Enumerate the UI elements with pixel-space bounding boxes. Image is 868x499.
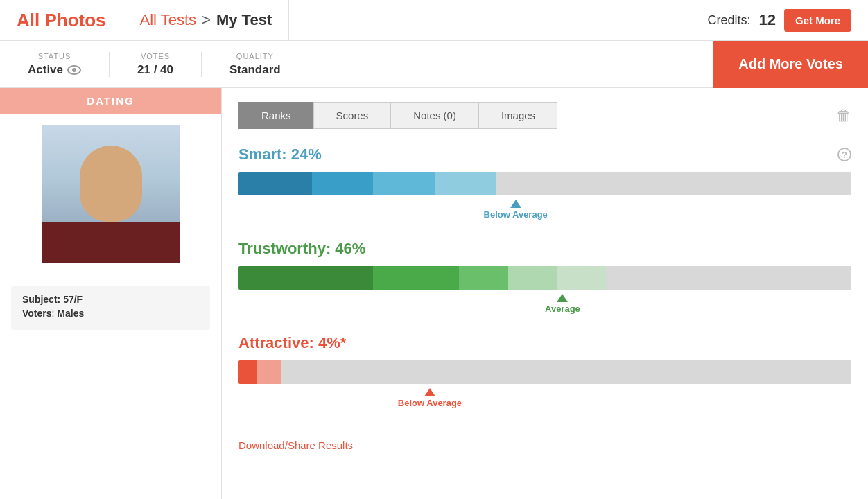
smart-marker: Below Average [484,200,548,220]
smart-bar-s2 [312,172,373,195]
help-icon[interactable]: ? [837,148,851,161]
download-link[interactable]: Download/Share Results [238,439,353,451]
smart-title: Smart: 24% ? [238,146,851,164]
trust-bar-s2 [373,266,459,290]
tab-ranks[interactable]: Ranks [238,102,313,129]
trust-bar-s1 [238,266,373,290]
subject-line: Subject: 57/F [22,294,199,305]
sidebar: DATING Subject: 57/F Voters: Males [0,88,222,499]
attractive-bar [238,360,851,384]
attr-bar-rest [281,360,851,384]
add-votes-button[interactable]: Add More Votes [713,41,868,88]
votes-value: 21 / 40 [137,63,173,77]
tab-images[interactable]: Images [478,102,557,129]
credits-area: Credits: 12 Get More [707,9,868,32]
quality-value: Standard [229,63,281,77]
trustworthy-title: Trustworthy: 46% [238,240,851,258]
tab-notes[interactable]: Notes (0) [390,102,478,129]
trustworthy-avg-label: Average [545,304,580,314]
all-tests-link[interactable]: All Tests > My Test [123,0,290,40]
quality-label: QUALITY [229,52,281,60]
tab-scores[interactable]: Scores [313,102,391,129]
attractive-below-avg-label: Below Average [398,398,462,408]
profile-photo [42,125,180,263]
smart-below-avg-label: Below Average [484,209,548,220]
attractive-marker: Below Average [398,388,462,408]
smart-marker-row: Below Average [238,200,851,220]
voters-line: Voters: Males [22,308,199,319]
tabs: Ranks Scores Notes (0) Images 🗑 [238,102,851,129]
status-item: STATUS Active [0,52,110,77]
credits-count: 12 [759,11,776,29]
subject-info: Subject: 57/F Voters: Males [11,286,210,330]
votes-item: VOTES 21 / 40 [110,52,202,77]
photo-container [0,114,221,274]
attr-bar-s1 [238,360,257,384]
attractive-marker-row: Below Average [238,388,851,409]
attractive-arrow [424,388,435,396]
attractive-title: Attractive: 4%* [238,334,851,352]
smart-arrow [510,200,521,208]
quality-item: QUALITY Standard [202,52,309,77]
smart-metric: Smart: 24% ? Below Average [238,146,851,220]
attr-bar-s2 [257,360,281,384]
status-bar: STATUS Active VOTES 21 / 40 QUALITY Stan… [0,41,868,88]
smart-bar-rest [496,172,851,195]
get-more-button[interactable]: Get More [784,9,851,32]
trust-bar-s4 [508,266,557,290]
trustworthy-arrow [557,294,568,302]
trust-bar-s3 [459,266,508,290]
eye-icon [67,65,81,75]
smart-bar-s3 [373,172,434,195]
top-nav: All Photos All Tests > My Test Credits: … [0,0,868,41]
dating-badge: DATING [0,88,221,114]
trustworthy-metric: Trustworthy: 46% Average [238,240,851,315]
status-value: Active [28,63,81,77]
smart-bar [238,172,851,195]
status-label: STATUS [28,52,81,60]
smart-bar-s4 [435,172,496,195]
my-test-label: My Test [216,11,272,29]
credits-label: Credits: [707,13,750,28]
trustworthy-marker-row: Average [238,294,851,315]
votes-label: VOTES [137,52,173,60]
main-content: DATING Subject: 57/F Voters: Males Ranks… [0,88,868,499]
delete-icon[interactable]: 🗑 [836,107,851,125]
photo-face [42,125,180,263]
trust-bar-rest [606,266,851,290]
smart-bar-s1 [238,172,312,195]
all-photos-link[interactable]: All Photos [0,0,123,40]
attractive-metric: Attractive: 4%* Below Average [238,334,851,409]
trust-bar-s5 [557,266,607,290]
trustworthy-marker: Average [545,294,580,314]
breadcrumb-separator: > [202,11,211,29]
right-panel: Ranks Scores Notes (0) Images 🗑 Smart: 2… [222,88,868,499]
trustworthy-bar [238,266,851,290]
